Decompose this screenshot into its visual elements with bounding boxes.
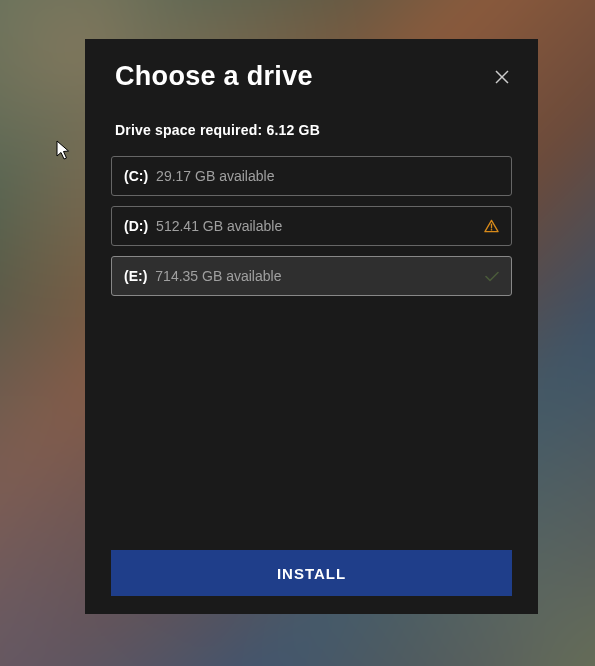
install-button-label: INSTALL (277, 565, 346, 582)
drive-status (485, 271, 499, 282)
drive-available: 512.41 GB available (156, 218, 282, 234)
drive-label: (C:) (124, 168, 148, 184)
dialog-header: Choose a drive (85, 61, 538, 92)
install-button[interactable]: INSTALL (111, 550, 512, 596)
drive-item-d[interactable]: (D:) 512.41 GB available (111, 206, 512, 246)
drive-status (484, 219, 499, 233)
space-required-label: Drive space required: 6.12 GB (85, 122, 538, 138)
drive-available: 29.17 GB available (156, 168, 274, 184)
svg-point-3 (491, 229, 493, 231)
choose-drive-dialog: Choose a drive Drive space required: 6.1… (85, 39, 538, 614)
close-icon (495, 70, 509, 84)
check-icon (485, 271, 499, 282)
drive-item-e[interactable]: (E:) 714.35 GB available (111, 256, 512, 296)
warning-icon (484, 219, 499, 233)
drive-list: (C:) 29.17 GB available (D:) 512.41 GB a… (85, 156, 538, 296)
dialog-title: Choose a drive (115, 61, 313, 92)
drive-label: (D:) (124, 218, 148, 234)
install-bar: INSTALL (85, 550, 538, 596)
drive-label: (E:) (124, 268, 147, 284)
close-button[interactable] (490, 65, 514, 89)
drive-item-c[interactable]: (C:) 29.17 GB available (111, 156, 512, 196)
drive-available: 714.35 GB available (155, 268, 281, 284)
